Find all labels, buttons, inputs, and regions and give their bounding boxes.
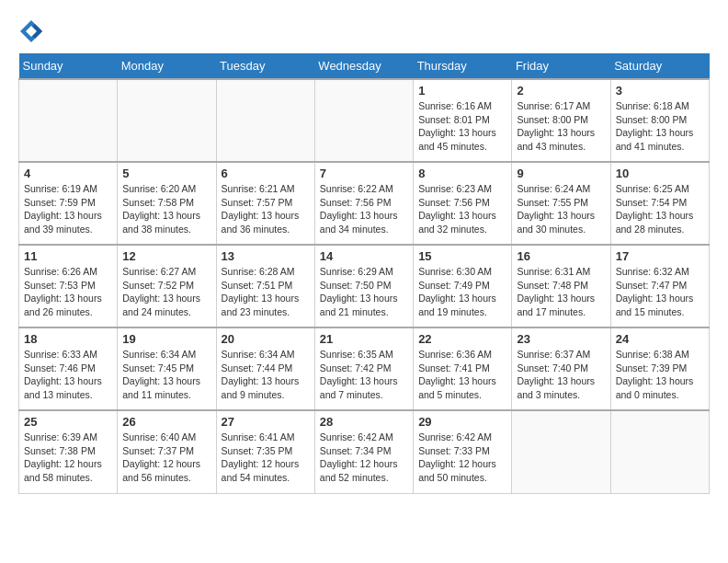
- day-info: Sunrise: 6:17 AM Sunset: 8:00 PM Dayligh…: [517, 99, 605, 154]
- calendar-cell: [610, 410, 709, 493]
- calendar-cell: 10Sunrise: 6:25 AM Sunset: 7:54 PM Dayli…: [610, 162, 709, 245]
- week-row-5: 25Sunrise: 6:39 AM Sunset: 7:38 PM Dayli…: [19, 410, 710, 493]
- day-info: Sunrise: 6:33 AM Sunset: 7:46 PM Dayligh…: [24, 348, 112, 402]
- day-number: 8: [418, 167, 506, 180]
- week-row-1: 1Sunrise: 6:16 AM Sunset: 8:01 PM Daylig…: [19, 79, 710, 162]
- day-info: Sunrise: 6:28 AM Sunset: 7:51 PM Dayligh…: [222, 265, 310, 319]
- day-number: 17: [616, 249, 704, 263]
- day-info: Sunrise: 6:16 AM Sunset: 8:01 PM Dayligh…: [418, 99, 506, 154]
- day-number: 5: [122, 167, 210, 180]
- day-info: Sunrise: 6:26 AM Sunset: 7:53 PM Dayligh…: [24, 265, 112, 319]
- day-number: 14: [320, 249, 408, 263]
- day-number: 24: [616, 332, 704, 346]
- day-info: Sunrise: 6:32 AM Sunset: 7:47 PM Dayligh…: [616, 265, 704, 319]
- calendar-cell: 23Sunrise: 6:37 AM Sunset: 7:40 PM Dayli…: [512, 327, 610, 410]
- page-header: [18, 18, 710, 44]
- day-info: Sunrise: 6:34 AM Sunset: 7:44 PM Dayligh…: [222, 348, 310, 402]
- day-info: Sunrise: 6:36 AM Sunset: 7:41 PM Dayligh…: [418, 348, 506, 402]
- day-header-friday: Friday: [512, 53, 610, 79]
- day-number: 4: [24, 167, 112, 180]
- calendar-cell: 26Sunrise: 6:40 AM Sunset: 7:37 PM Dayli…: [118, 410, 216, 493]
- calendar-cell: 6Sunrise: 6:21 AM Sunset: 7:57 PM Daylig…: [216, 162, 314, 245]
- day-number: 23: [517, 332, 605, 346]
- calendar-cell: 16Sunrise: 6:31 AM Sunset: 7:48 PM Dayli…: [512, 245, 610, 327]
- day-info: Sunrise: 6:39 AM Sunset: 7:38 PM Dayligh…: [24, 431, 112, 485]
- day-number: 18: [24, 332, 112, 346]
- day-number: 11: [24, 249, 112, 263]
- calendar-cell: [118, 79, 216, 162]
- day-info: Sunrise: 6:35 AM Sunset: 7:42 PM Dayligh…: [320, 348, 408, 402]
- day-header-sunday: Sunday: [19, 53, 118, 79]
- day-number: 20: [222, 332, 310, 346]
- day-info: Sunrise: 6:38 AM Sunset: 7:39 PM Dayligh…: [616, 348, 704, 402]
- day-number: 3: [616, 84, 704, 98]
- calendar-cell: 22Sunrise: 6:36 AM Sunset: 7:41 PM Dayli…: [414, 327, 512, 410]
- day-header-saturday: Saturday: [610, 53, 709, 79]
- calendar-cell: 3Sunrise: 6:18 AM Sunset: 8:00 PM Daylig…: [610, 79, 709, 162]
- calendar-cell: [512, 410, 610, 493]
- week-row-4: 18Sunrise: 6:33 AM Sunset: 7:46 PM Dayli…: [19, 327, 710, 410]
- day-number: 1: [418, 84, 506, 98]
- calendar-cell: [19, 79, 118, 162]
- day-number: 9: [517, 167, 605, 180]
- day-number: 6: [222, 167, 310, 180]
- day-info: Sunrise: 6:27 AM Sunset: 7:52 PM Dayligh…: [122, 265, 210, 319]
- calendar-cell: 18Sunrise: 6:33 AM Sunset: 7:46 PM Dayli…: [19, 327, 118, 410]
- calendar-cell: 5Sunrise: 6:20 AM Sunset: 7:58 PM Daylig…: [118, 162, 216, 245]
- day-info: Sunrise: 6:23 AM Sunset: 7:56 PM Dayligh…: [418, 182, 506, 236]
- calendar-cell: 8Sunrise: 6:23 AM Sunset: 7:56 PM Daylig…: [414, 162, 512, 245]
- calendar-cell: 15Sunrise: 6:30 AM Sunset: 7:49 PM Dayli…: [414, 245, 512, 327]
- day-info: Sunrise: 6:25 AM Sunset: 7:54 PM Dayligh…: [616, 182, 704, 236]
- day-number: 10: [616, 167, 704, 180]
- day-number: 21: [320, 332, 408, 346]
- day-number: 2: [517, 84, 605, 98]
- day-info: Sunrise: 6:34 AM Sunset: 7:45 PM Dayligh…: [122, 348, 210, 402]
- day-info: Sunrise: 6:42 AM Sunset: 7:33 PM Dayligh…: [418, 431, 506, 485]
- day-info: Sunrise: 6:20 AM Sunset: 7:58 PM Dayligh…: [122, 182, 210, 236]
- day-number: 28: [320, 415, 408, 429]
- calendar-cell: [216, 79, 314, 162]
- logo-icon: [18, 18, 44, 44]
- calendar-cell: 12Sunrise: 6:27 AM Sunset: 7:52 PM Dayli…: [118, 245, 216, 327]
- day-info: Sunrise: 6:24 AM Sunset: 7:55 PM Dayligh…: [517, 182, 605, 236]
- calendar-table: SundayMondayTuesdayWednesdayThursdayFrid…: [18, 53, 710, 494]
- calendar-cell: 20Sunrise: 6:34 AM Sunset: 7:44 PM Dayli…: [216, 327, 314, 410]
- day-number: 12: [122, 249, 210, 263]
- calendar-cell: 11Sunrise: 6:26 AM Sunset: 7:53 PM Dayli…: [19, 245, 118, 327]
- calendar-cell: 19Sunrise: 6:34 AM Sunset: 7:45 PM Dayli…: [118, 327, 216, 410]
- day-info: Sunrise: 6:19 AM Sunset: 7:59 PM Dayligh…: [24, 182, 112, 236]
- day-number: 13: [222, 249, 310, 263]
- week-row-2: 4Sunrise: 6:19 AM Sunset: 7:59 PM Daylig…: [19, 162, 710, 245]
- day-header-thursday: Thursday: [414, 53, 512, 79]
- calendar-cell: 9Sunrise: 6:24 AM Sunset: 7:55 PM Daylig…: [512, 162, 610, 245]
- day-info: Sunrise: 6:42 AM Sunset: 7:34 PM Dayligh…: [320, 431, 408, 485]
- calendar-cell: 4Sunrise: 6:19 AM Sunset: 7:59 PM Daylig…: [19, 162, 118, 245]
- day-info: Sunrise: 6:41 AM Sunset: 7:35 PM Dayligh…: [222, 431, 310, 485]
- day-number: 27: [222, 415, 310, 429]
- calendar-cell: 21Sunrise: 6:35 AM Sunset: 7:42 PM Dayli…: [314, 327, 413, 410]
- calendar-cell: 13Sunrise: 6:28 AM Sunset: 7:51 PM Dayli…: [216, 245, 314, 327]
- calendar-cell: 14Sunrise: 6:29 AM Sunset: 7:50 PM Dayli…: [314, 245, 413, 327]
- calendar-cell: 7Sunrise: 6:22 AM Sunset: 7:56 PM Daylig…: [314, 162, 413, 245]
- calendar-cell: [314, 79, 413, 162]
- calendar-cell: 28Sunrise: 6:42 AM Sunset: 7:34 PM Dayli…: [314, 410, 413, 493]
- day-number: 22: [418, 332, 506, 346]
- day-info: Sunrise: 6:31 AM Sunset: 7:48 PM Dayligh…: [517, 265, 605, 319]
- day-info: Sunrise: 6:21 AM Sunset: 7:57 PM Dayligh…: [222, 182, 310, 236]
- calendar-cell: 25Sunrise: 6:39 AM Sunset: 7:38 PM Dayli…: [19, 410, 118, 493]
- calendar-cell: 17Sunrise: 6:32 AM Sunset: 7:47 PM Dayli…: [610, 245, 709, 327]
- days-header-row: SundayMondayTuesdayWednesdayThursdayFrid…: [19, 53, 710, 79]
- day-info: Sunrise: 6:22 AM Sunset: 7:56 PM Dayligh…: [320, 182, 408, 236]
- day-header-tuesday: Tuesday: [216, 53, 314, 79]
- day-header-wednesday: Wednesday: [314, 53, 413, 79]
- calendar-cell: 29Sunrise: 6:42 AM Sunset: 7:33 PM Dayli…: [414, 410, 512, 493]
- day-number: 7: [320, 167, 408, 180]
- day-number: 25: [24, 415, 112, 429]
- day-number: 15: [418, 249, 506, 263]
- day-number: 26: [122, 415, 210, 429]
- day-number: 16: [517, 249, 605, 263]
- day-info: Sunrise: 6:40 AM Sunset: 7:37 PM Dayligh…: [122, 431, 210, 485]
- day-info: Sunrise: 6:30 AM Sunset: 7:49 PM Dayligh…: [418, 265, 506, 319]
- day-info: Sunrise: 6:37 AM Sunset: 7:40 PM Dayligh…: [517, 348, 605, 402]
- day-number: 19: [122, 332, 210, 346]
